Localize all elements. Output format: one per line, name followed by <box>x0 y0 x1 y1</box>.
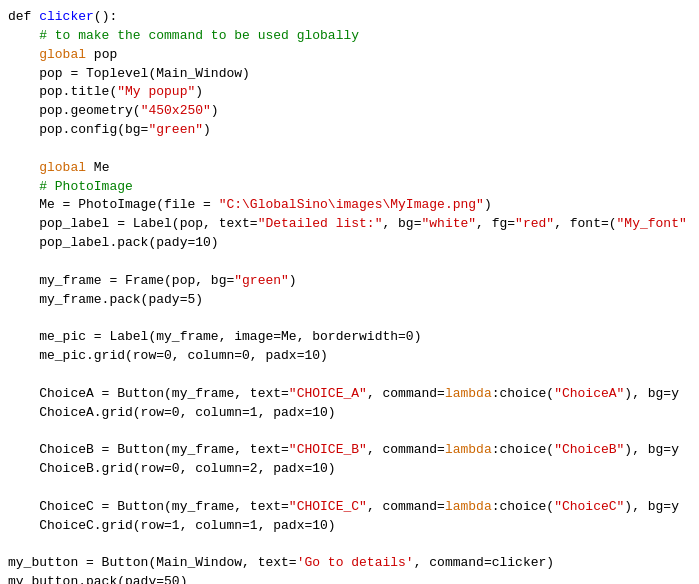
code-line: pop_label = Label(pop, text="Detailed li… <box>0 215 699 234</box>
code-line: pop.config(bg="green") <box>0 121 699 140</box>
code-line: pop_label.pack(pady=10) <box>0 234 699 253</box>
code-line: global pop <box>0 46 699 65</box>
code-line: pop.title("My popup") <box>0 83 699 102</box>
code-line: Me = PhotoImage(file = "C:\GlobalSino\im… <box>0 196 699 215</box>
code-line: ChoiceB = Button(my_frame, text="CHOICE_… <box>0 441 699 460</box>
code-line: pop = Toplevel(Main_Window) <box>0 65 699 84</box>
code-line <box>0 310 699 329</box>
code-line <box>0 366 699 385</box>
code-line: ChoiceC.grid(row=1, column=1, padx=10) <box>0 517 699 536</box>
code-line <box>0 140 699 159</box>
code-line: global Me <box>0 159 699 178</box>
code-line <box>0 536 699 555</box>
code-editor: def clicker(): # to make the command to … <box>0 0 699 584</box>
code-line: me_pic = Label(my_frame, image=Me, borde… <box>0 328 699 347</box>
code-line: # PhotoImage <box>0 178 699 197</box>
code-line: my_frame = Frame(pop, bg="green") <box>0 272 699 291</box>
code-line: my_frame.pack(pady=5) <box>0 291 699 310</box>
code-line: my_button.pack(pady=50) <box>0 573 699 584</box>
code-line: ChoiceA.grid(row=0, column=1, padx=10) <box>0 404 699 423</box>
code-line: ChoiceB.grid(row=0, column=2, padx=10) <box>0 460 699 479</box>
code-line <box>0 423 699 442</box>
code-line: my_button = Button(Main_Window, text='Go… <box>0 554 699 573</box>
code-line: def clicker(): <box>0 8 699 27</box>
code-line: # to make the command to be used globall… <box>0 27 699 46</box>
code-line: ChoiceA = Button(my_frame, text="CHOICE_… <box>0 385 699 404</box>
code-line <box>0 479 699 498</box>
code-line <box>0 253 699 272</box>
code-line: me_pic.grid(row=0, column=0, padx=10) <box>0 347 699 366</box>
code-line: pop.geometry("450x250") <box>0 102 699 121</box>
code-line: ChoiceC = Button(my_frame, text="CHOICE_… <box>0 498 699 517</box>
